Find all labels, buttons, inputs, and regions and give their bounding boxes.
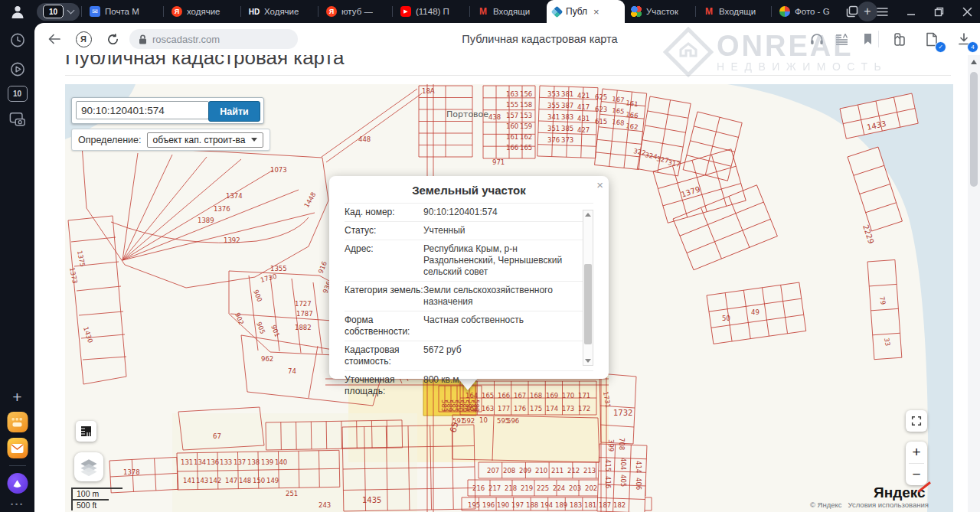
mail-app-icon[interactable] (7, 438, 28, 458)
popup-row-1: Кад. номер:90:10:120401:574 (345, 203, 593, 221)
svg-text:1373: 1373 (68, 266, 79, 284)
find-button[interactable]: Найти (208, 101, 260, 122)
svg-text:162: 162 (466, 405, 478, 413)
page-check-icon[interactable]: ✓ (921, 28, 942, 50)
svg-text:417: 417 (577, 103, 590, 111)
tab-label: (1148) П (416, 7, 449, 16)
scroll-up-icon[interactable] (971, 60, 977, 64)
scroll-down-icon[interactable] (585, 359, 591, 363)
svg-text:79: 79 (878, 296, 887, 305)
search-input[interactable] (76, 101, 209, 119)
menu-icon[interactable] (877, 7, 888, 17)
yandex-logo[interactable]: Яндекс (874, 484, 926, 501)
svg-text:183: 183 (570, 501, 582, 509)
svg-text:416: 416 (604, 476, 612, 488)
ruler-button[interactable] (76, 421, 96, 442)
browser-tab-8[interactable]: Участок (625, 0, 694, 23)
svg-text:905: 905 (255, 321, 266, 335)
tab-divider (240, 6, 241, 17)
svg-text:161: 161 (506, 133, 518, 141)
download-icon[interactable]: 4 (953, 28, 975, 50)
headphones-icon[interactable] (806, 28, 828, 50)
definition-select[interactable]: объект кап. строит-ва (147, 132, 264, 148)
bookmark-icon[interactable] (857, 28, 878, 50)
svg-text:901: 901 (270, 324, 281, 338)
sidebar-add-icon[interactable]: + (12, 388, 21, 406)
minimize-button[interactable] (906, 7, 916, 16)
svg-text:1376: 1376 (214, 205, 230, 213)
profile-avatar-icon[interactable] (10, 4, 25, 19)
browser-tab-2[interactable]: Яходячие (165, 0, 239, 23)
layers-button[interactable] (74, 452, 103, 481)
restore-button[interactable] (934, 7, 944, 17)
close-button[interactable] (962, 7, 972, 17)
reload-button[interactable] (102, 28, 123, 50)
svg-text:218: 218 (505, 484, 517, 492)
row-label: Категория земель: (345, 285, 423, 308)
fullscreen-button[interactable] (906, 410, 927, 432)
svg-text:155: 155 (506, 101, 518, 109)
svg-text:33: 33 (883, 338, 892, 347)
zoom-out-button[interactable]: − (906, 464, 927, 485)
browser-tab-4[interactable]: Яютуб — (320, 0, 390, 23)
svg-text:373: 373 (561, 136, 573, 144)
sidebar-more-icon[interactable]: ··· (11, 497, 24, 510)
cadastral-map[interactable]: 18А448Портовое43897110731374137614481389… (65, 84, 953, 512)
svg-text:1355: 1355 (270, 265, 287, 272)
svg-text:140: 140 (275, 458, 287, 466)
screenshot-camera-icon[interactable] (9, 112, 26, 127)
scale-meters: 100 m (73, 488, 122, 499)
window-controls (846, 0, 972, 23)
terms-link[interactable]: Условия использования (848, 501, 929, 509)
browser-tab-3[interactable]: HDХодячие (243, 0, 316, 23)
popup-scrollbar[interactable] (583, 210, 593, 366)
tab-divider (81, 6, 82, 17)
media-play-icon[interactable] (9, 61, 25, 77)
address-bar[interactable]: roscadastr.com (129, 29, 298, 49)
svg-text:341: 341 (547, 113, 560, 121)
svg-text:67: 67 (213, 432, 221, 440)
page-content: Публичная кадастровая карта 18А448Портов… (34, 55, 968, 512)
popup-scroll-thumb[interactable] (584, 264, 592, 344)
scroll-up-icon[interactable] (585, 213, 591, 217)
browser-tab-10[interactable]: Фото - G (773, 0, 847, 23)
browser-toolbar: Я roscadastr.com Публичная кадастровая к… (34, 23, 980, 55)
tab-close-icon[interactable]: × (593, 6, 599, 18)
page-scrollbar[interactable] (968, 55, 980, 512)
yandex-search-icon[interactable]: Я (73, 28, 94, 50)
svg-text:166: 166 (506, 144, 518, 152)
zoom-in-button[interactable]: + (906, 442, 927, 463)
browser-tab-6[interactable]: MВходящи (472, 0, 547, 23)
tab-label: Фото - G (795, 7, 830, 16)
tab-counter-badge[interactable]: 10 (8, 86, 28, 102)
zoom-control: + − (906, 442, 927, 485)
svg-text:196: 196 (482, 501, 495, 509)
tab-panels-icon[interactable] (846, 5, 858, 18)
definition-value: объект кап. строит-ва (153, 135, 246, 145)
browser-tab-5[interactable]: ▶(1148) П (394, 0, 468, 23)
browser-tab-9[interactable]: MВходящи (697, 0, 769, 23)
svg-text:1430: 1430 (82, 326, 94, 344)
tab-counter-pill[interactable]: 10 (37, 3, 80, 21)
tab-count: 10 (43, 5, 64, 18)
reader-mode-icon[interactable] (831, 28, 852, 50)
svg-text:18А: 18А (422, 87, 435, 95)
games-app-icon[interactable] (7, 412, 28, 432)
tab-label: Ходячие (264, 7, 299, 16)
page-scroll-thumb[interactable] (970, 72, 978, 187)
back-button[interactable] (44, 28, 65, 50)
alice-assistant-icon[interactable] (7, 473, 28, 494)
browser-tab-7[interactable]: Публ× (547, 0, 625, 23)
history-clock-icon[interactable] (9, 32, 25, 48)
svg-text:49: 49 (751, 308, 760, 316)
svg-text:415: 415 (604, 459, 612, 471)
page-heading: Публичная кадастровая карта (65, 55, 345, 70)
svg-text:212: 212 (567, 467, 580, 474)
browser-tab-1[interactable]: ✉Почта М (83, 0, 162, 23)
svg-text:592: 592 (462, 417, 475, 425)
tab-divider (163, 6, 164, 17)
popup-close-icon[interactable]: × (596, 179, 603, 191)
tab-label: Публ (566, 6, 587, 17)
collections-icon[interactable] (887, 28, 909, 50)
svg-text:213: 213 (583, 467, 596, 474)
